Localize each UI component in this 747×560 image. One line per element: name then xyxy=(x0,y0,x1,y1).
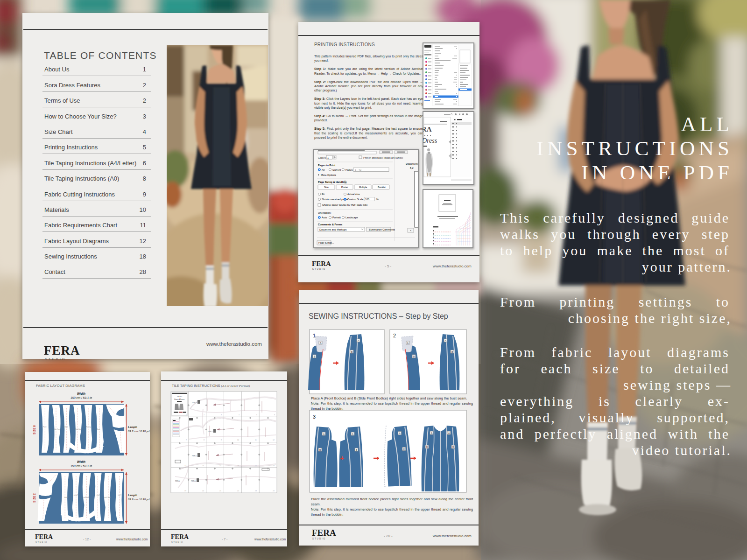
svg-text:Print in grayscale (black and: Print in grayscale (black and white) xyxy=(363,156,403,159)
svg-text:12: 12 xyxy=(273,439,275,441)
svg-text:FERA: FERA xyxy=(175,480,180,482)
svg-text:Width: Width xyxy=(77,460,85,463)
svg-text:10: 10 xyxy=(237,439,239,441)
svg-text:Orientation:: Orientation: xyxy=(318,211,331,214)
svg-text:RA: RA xyxy=(423,126,432,133)
svg-text:3: 3 xyxy=(313,414,316,420)
svg-text:Size: Size xyxy=(324,186,329,189)
svg-text:Landscape: Landscape xyxy=(345,216,358,219)
svg-text:Length: Length xyxy=(128,426,137,428)
svg-text:SIZE 0: SIZE 0 xyxy=(33,425,36,434)
svg-text:FERA: FERA xyxy=(192,401,197,404)
svg-text:Length: Length xyxy=(128,494,137,497)
svg-text:Summarize Comments: Summarize Comments xyxy=(369,228,395,231)
svg-text:89.3 cm / 0.98 yd: 89.3 cm / 0.98 yd xyxy=(128,430,150,433)
svg-text:5: 5 xyxy=(256,414,257,416)
svg-text:4: 4 xyxy=(239,414,240,416)
svg-text:Comments & Forms: Comments & Forms xyxy=(318,223,342,226)
svg-text:Booklet: Booklet xyxy=(378,186,386,189)
svg-text:11: 11 xyxy=(255,439,257,441)
svg-text:6: 6 xyxy=(274,414,275,416)
svg-text:+: + xyxy=(340,454,344,462)
svg-text:19: 19 xyxy=(184,490,186,492)
svg-text:89.9 cm / 0.98 yd: 89.9 cm / 0.98 yd xyxy=(128,498,150,501)
svg-text:1 - 42: 1 - 42 xyxy=(355,168,361,171)
svg-text:Page Sizing & Handling: Page Sizing & Handling xyxy=(318,181,346,183)
svg-text:Auto: Auto xyxy=(322,216,327,219)
svg-text:Dress: Dress xyxy=(423,137,437,144)
svg-text:All: All xyxy=(322,168,324,171)
svg-text:3: 3 xyxy=(221,414,222,416)
svg-text:16: 16 xyxy=(237,465,239,467)
svg-text:Page Setup...: Page Setup... xyxy=(318,241,334,244)
svg-text:<: < xyxy=(410,229,411,232)
svg-text:20: 20 xyxy=(202,490,204,492)
svg-text:Actual size: Actual size xyxy=(347,193,360,196)
svg-text:FERA: FERA xyxy=(208,430,212,433)
svg-text:Copies:: Copies: xyxy=(318,156,327,159)
svg-text:23: 23 xyxy=(255,490,257,492)
svg-text:Sora Dress: Sora Dress xyxy=(174,398,184,400)
svg-text:SIZE 2: SIZE 2 xyxy=(33,493,36,503)
svg-text:Pages to Print: Pages to Print xyxy=(318,164,335,167)
svg-text:8: 8 xyxy=(204,439,204,441)
svg-text:Pages: Pages xyxy=(345,168,353,171)
svg-text:FERA: FERA xyxy=(191,480,196,482)
svg-text:15: 15 xyxy=(219,465,221,467)
svg-text:2: 2 xyxy=(393,333,396,338)
svg-text:Multiple: Multiple xyxy=(359,186,367,189)
svg-text:8,2: 8,2 xyxy=(410,167,414,169)
svg-text:21: 21 xyxy=(219,490,221,492)
svg-text:FERA: FERA xyxy=(177,395,183,398)
svg-text:Custom Scale:: Custom Scale: xyxy=(347,198,364,201)
svg-text:150 cm / 59.1 in: 150 cm / 59.1 in xyxy=(70,464,92,468)
svg-text:Current: Current xyxy=(332,168,341,171)
svg-text:7: 7 xyxy=(186,439,187,441)
svg-text:24: 24 xyxy=(273,490,275,492)
svg-text:Width: Width xyxy=(77,392,85,395)
svg-text:Choose paper source by PDF pag: Choose paper source by PDF page size xyxy=(322,203,368,206)
svg-text:22: 22 xyxy=(237,490,239,492)
svg-text:Document and Markups: Document and Markups xyxy=(319,228,347,231)
svg-text:17: 17 xyxy=(255,465,257,467)
svg-text:Fit: Fit xyxy=(322,193,325,196)
svg-text:FERA: FERA xyxy=(192,455,197,457)
svg-text:Portrait: Portrait xyxy=(332,216,341,219)
svg-text:i: i xyxy=(345,181,345,183)
svg-text:Document:: Document: xyxy=(406,162,418,165)
svg-text:1: 1 xyxy=(186,414,187,416)
svg-text:14: 14 xyxy=(202,465,204,467)
svg-text:More Options: More Options xyxy=(321,174,336,176)
svg-text:150 cm / 59.1 in: 150 cm / 59.1 in xyxy=(70,396,92,399)
svg-text:Poster: Poster xyxy=(341,186,348,189)
svg-text:%: % xyxy=(376,198,379,201)
svg-text:1: 1 xyxy=(327,156,329,159)
svg-text:9: 9 xyxy=(221,439,222,441)
svg-text:13: 13 xyxy=(184,465,186,467)
svg-text:18: 18 xyxy=(273,465,275,467)
svg-text:100: 100 xyxy=(365,198,369,201)
svg-text:2: 2 xyxy=(204,414,204,416)
